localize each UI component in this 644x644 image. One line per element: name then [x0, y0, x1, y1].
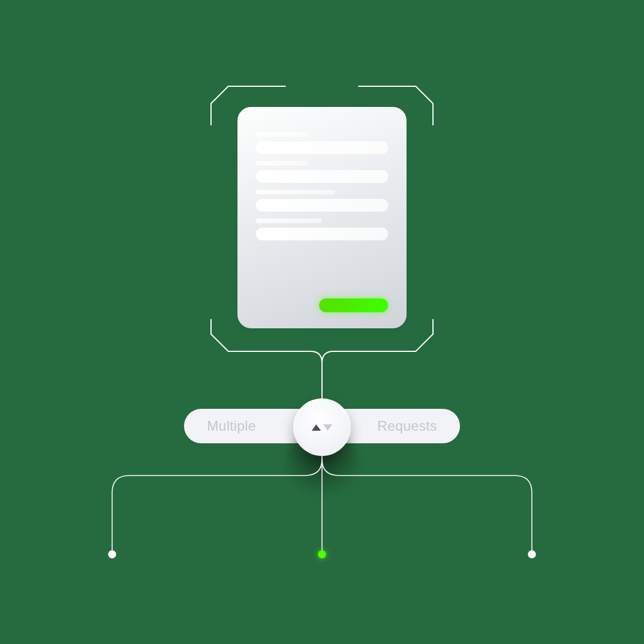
form-row [256, 161, 388, 183]
endpoint-node-active [318, 550, 326, 558]
sort-knob[interactable] [293, 398, 351, 456]
endpoint-node [108, 550, 116, 558]
placeholder-field [256, 141, 388, 154]
triangle-down-icon [323, 424, 332, 431]
pill-left-label: Multiple [207, 418, 256, 434]
form-row [256, 190, 388, 212]
placeholder-label [256, 190, 335, 194]
placeholder-field [256, 170, 388, 183]
endpoint-node [528, 550, 536, 558]
pill-right-label: Requests [377, 418, 437, 434]
document-card [237, 107, 407, 328]
placeholder-label [256, 218, 322, 223]
placeholder-label [256, 161, 309, 166]
placeholder-field [256, 228, 388, 240]
form-row [256, 132, 388, 154]
placeholder-field [256, 199, 388, 212]
placeholder-label [256, 132, 309, 137]
submit-placeholder [319, 298, 388, 312]
triangle-up-icon [312, 424, 321, 431]
form-row [256, 218, 388, 240]
frame-bracket-bottom [210, 319, 434, 411]
